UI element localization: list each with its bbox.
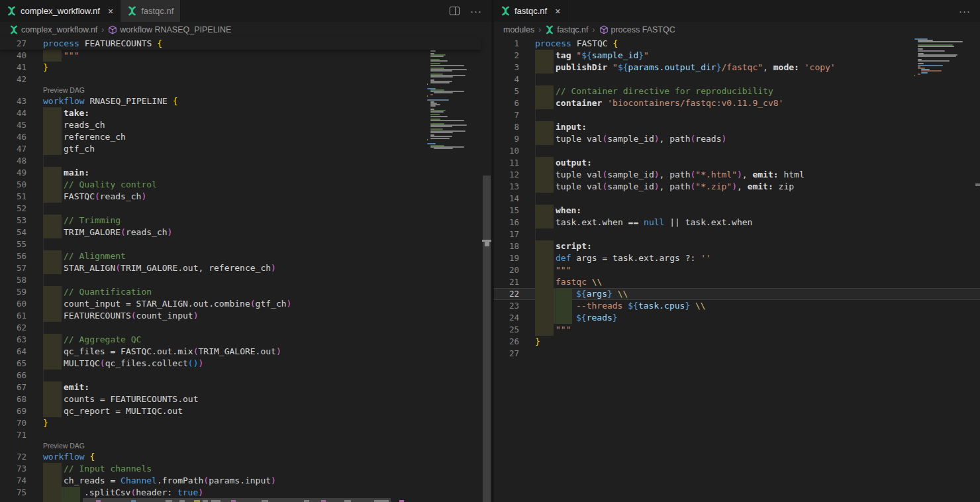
codelens-preview-dag[interactable]: Preview DAG [43,85,85,95]
line-number[interactable]: 15 [494,205,519,217]
more-actions-icon[interactable]: ··· [959,6,971,16]
line-number[interactable]: 51 [0,191,26,203]
line-number[interactable]: 55 [0,238,26,250]
code-line[interactable]: 69qc_report = MULTIQC.out [0,405,491,417]
code-line[interactable]: 63// Aggregate QC [0,334,491,346]
line-number[interactable]: 17 [494,228,519,240]
code-line[interactable]: 60count_input = STAR_ALIGN.out.combine(g… [0,298,491,310]
code-line[interactable]: 15when: [494,205,980,217]
line-number[interactable]: 59 [0,286,26,298]
line-number[interactable]: 27 [494,348,519,360]
line-number[interactable]: 6 [494,97,519,109]
line-number[interactable]: 44 [0,107,26,119]
code-line[interactable]: 71 [0,429,491,441]
code-line[interactable]: 11output: [494,157,980,169]
sticky-scroll-line[interactable]: 27process FEATURECOUNTS { [0,38,481,50]
line-number[interactable]: 46 [0,131,26,143]
tab-fastqc-nf[interactable]: fastqc.nf [121,0,181,22]
code-line[interactable]: 27 [494,348,980,360]
line-number[interactable]: 68 [0,393,26,405]
code-line[interactable]: 4 [494,74,980,85]
line-number[interactable]: 27 [0,38,26,50]
line-number[interactable]: 47 [0,143,26,155]
code-line[interactable]: 7 [494,109,980,121]
code-line[interactable]: 58 [0,274,491,286]
code-line[interactable]: 49main: [0,167,491,179]
code-line[interactable]: 6container 'biocontainers/fastqc:v0.11.9… [494,97,980,109]
line-number[interactable]: 19 [494,252,519,264]
vertical-scrollbar[interactable] [971,38,980,502]
code-line[interactable]: 68counts = FEATURECOUNTS.out [0,393,491,405]
code-line[interactable]: 5// Container directive for reproducibil… [494,85,980,97]
code-line[interactable]: 25""" [494,324,980,336]
line-number[interactable]: 56 [0,250,26,262]
code-line[interactable]: 75.splitCsv(header: true) [0,487,491,499]
line-number[interactable]: 71 [0,429,26,441]
line-number[interactable]: 26 [494,336,519,348]
line-number[interactable]: 40 [0,50,26,62]
line-number[interactable]: 1 [494,38,519,50]
tab-close-icon[interactable]: × [555,7,560,16]
code-line[interactable]: 48 [0,155,491,167]
code-line[interactable]: 9tuple val(sample_id), path(reads) [494,133,980,145]
line-number[interactable]: 58 [0,274,26,286]
line-number[interactable]: 69 [0,405,26,417]
code-line[interactable]: 56// Alignment [0,250,491,262]
line-number[interactable]: 22 [494,288,519,300]
breadcrumb-item[interactable]: modules [503,25,534,34]
line-number[interactable]: 3 [494,62,519,74]
line-number[interactable]: 63 [0,334,26,346]
line-number[interactable]: 67 [0,381,26,393]
code-line[interactable]: 16task.ext.when == null || task.ext.when [494,217,980,228]
codelens[interactable]: Preview DAG [0,85,491,95]
scrollbar-thumb[interactable] [483,176,491,502]
breadcrumb-item[interactable]: process FASTQC [599,25,675,34]
code-line[interactable]: 45reads_ch [0,119,491,131]
code-line[interactable]: 20""" [494,264,980,276]
code-line[interactable]: 51FASTQC(reads_ch) [0,191,491,203]
line-number[interactable]: 74 [0,475,26,487]
code-line[interactable]: 55 [0,238,491,250]
code-line[interactable]: 44take: [0,107,491,119]
code-line[interactable]: 43workflow RNASEQ_PIPELINE { [0,95,491,107]
code-line[interactable]: 47gtf_ch [0,143,491,155]
line-number[interactable]: 75 [0,487,26,499]
code-line[interactable]: 67emit: [0,381,491,393]
code-line[interactable]: 18script: [494,240,980,252]
line-number[interactable]: 72 [0,451,26,463]
line-number[interactable]: 52 [0,203,26,215]
line-number[interactable]: 49 [0,167,26,179]
code-line[interactable]: 23--threads ${task.cpus} \\ [494,300,980,312]
line-number[interactable]: 50 [0,179,26,191]
line-number[interactable]: 16 [494,217,519,228]
line-number[interactable]: 42 [0,74,26,85]
code-line[interactable]: 40""" [0,50,491,62]
code-editor[interactable]: 40"""41}42Preview DAG43workflow RNASEQ_P… [0,38,491,502]
code-line[interactable]: 42 [0,74,491,85]
line-number[interactable]: 18 [494,240,519,252]
more-actions-icon[interactable]: ··· [470,6,482,16]
breadcrumb-item[interactable]: fastqc.nf [545,25,588,34]
line-number[interactable]: 9 [494,133,519,145]
code-line[interactable]: 62 [0,322,491,334]
codelens-preview-dag[interactable]: Preview DAG [43,441,85,451]
line-number[interactable]: 61 [0,310,26,322]
horizontal-scrollbar-thumb[interactable] [83,498,391,502]
line-number[interactable]: 10 [494,145,519,157]
code-line[interactable]: 2tag "${sample_id}" [494,50,980,62]
codelens[interactable]: Preview DAG [0,441,491,451]
breadcrumb-item[interactable]: workflow RNASEQ_PIPELINE [108,25,231,34]
line-number[interactable]: 65 [0,358,26,370]
line-number[interactable]: 4 [494,74,519,85]
line-number[interactable]: 41 [0,62,26,74]
code-line[interactable]: 53// Trimming [0,215,491,226]
line-number[interactable]: 21 [494,276,519,288]
code-line[interactable]: 14 [494,193,980,205]
code-line[interactable]: 3publishDir "${params.output_dir}/fastqc… [494,62,980,74]
line-number[interactable]: 7 [494,109,519,121]
tab-close-icon[interactable]: × [108,7,113,16]
line-number[interactable]: 25 [494,324,519,336]
line-number[interactable]: 54 [0,226,26,238]
code-line[interactable]: 64qc_files = FASTQC.out.mix(TRIM_GALORE.… [0,346,491,358]
code-line[interactable]: 22${args} \\ [494,288,980,300]
